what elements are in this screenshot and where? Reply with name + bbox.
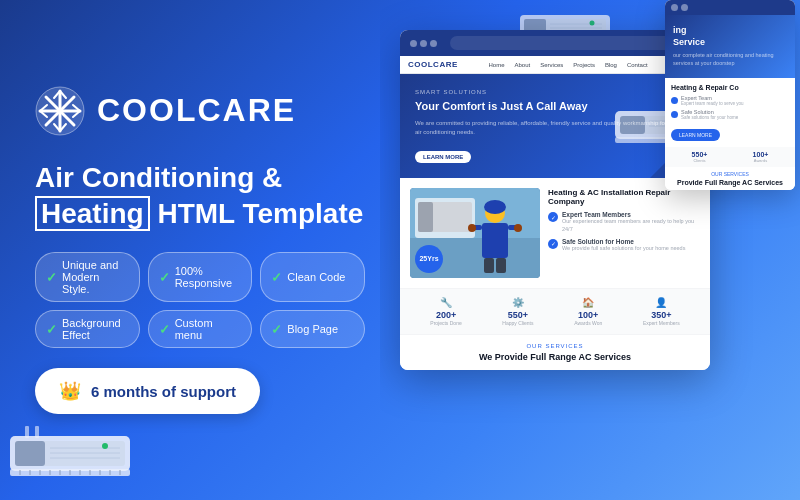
service-desc-1: Our experienced team members are ready t… [562, 218, 700, 233]
secondary-our-services: OUR SERVICES Provide Full Range AC Servi… [665, 167, 795, 190]
title-end: HTML Template [150, 198, 364, 229]
secondary-title-part1: ing [673, 25, 687, 35]
ac-unit-bottom-svg [10, 426, 130, 476]
svg-rect-33 [35, 426, 39, 438]
support-button-label: 6 months of support [91, 383, 236, 400]
hero-cta-button[interactable]: LEARN MORE [415, 151, 471, 163]
sec-dot1 [671, 4, 678, 11]
support-button[interactable]: 👑 6 months of support [35, 368, 260, 414]
service-item-1: Expert Team Members Our experienced team… [548, 211, 700, 233]
browser-hero: SMART SOLUTIONS Your Comfort is Just A C… [400, 74, 710, 178]
service-image: 25 Yrs [410, 188, 540, 278]
logo-text: COOLCARE [97, 92, 296, 129]
badge-label: Background Effect [62, 317, 129, 341]
hero-text: SMART SOLUTIONS Your Comfort is Just A C… [415, 89, 695, 163]
ac-bottom-left [10, 426, 130, 480]
badge-responsive: ✓ 100% Responsive [148, 252, 253, 302]
stat-projects: 🔧 200+ Projects Done [430, 297, 461, 326]
hero-subtitle: We are committed to providing reliable, … [415, 119, 695, 137]
badge-label: Custom menu [175, 317, 242, 341]
svg-point-62 [468, 224, 476, 232]
browser-url-bar [450, 36, 700, 50]
crown-icon: 👑 [59, 380, 81, 402]
our-services-title: We Provide Full Range AC Services [408, 352, 702, 362]
svg-point-31 [102, 443, 108, 449]
secondary-title-part2: Service [673, 37, 705, 47]
service-content: Heating & AC Installation Repair Company… [548, 188, 700, 256]
stat-awards: 🏠 100+ Awards Won [574, 297, 602, 326]
nav-services: Services [537, 61, 566, 69]
check-icon: ✓ [159, 270, 170, 285]
svg-point-56 [484, 200, 506, 214]
right-panel: COOLCARE Home About Services Projects Bl… [380, 0, 800, 500]
browser-services: 25 Yrs Heating & AC Installation Repair … [400, 178, 710, 288]
svg-rect-32 [25, 426, 29, 438]
nav-links: Home About Services Projects Blog Contac… [486, 61, 651, 69]
badge-label: Unique and Modern Style. [62, 259, 129, 295]
check-icon: ✓ [159, 322, 170, 337]
projects-icon: 🔧 [430, 297, 461, 308]
svg-point-63 [514, 224, 522, 232]
our-services-label: OUR SERVICES [408, 343, 702, 349]
nav-projects: Projects [570, 61, 598, 69]
service-item-2: Safe Solution for Home We provide full s… [548, 238, 700, 253]
sec-stat-num-2: 100+ [732, 151, 789, 158]
stat-experts: 👤 350+ Expert Members [643, 297, 680, 326]
nav-about: About [512, 61, 534, 69]
years-label: Yrs [427, 255, 438, 263]
service-title: Heating & AC Installation Repair Company [548, 188, 700, 206]
stats-row: 🔧 200+ Projects Done ⚙️ 550+ Happy Clien… [400, 288, 710, 334]
secondary-hero: ing Service our complete air conditionin… [665, 15, 795, 78]
sec-stat-2: 100+ Awards [732, 151, 789, 163]
badge-menu: ✓ Custom menu [148, 310, 253, 348]
hero-title: Your Comfort is Just A Call Away [415, 99, 695, 113]
browser-nav: COOLCARE Home About Services Projects Bl… [400, 56, 710, 74]
browser-dots [410, 40, 437, 47]
experts-icon: 👤 [643, 297, 680, 308]
svg-rect-54 [418, 202, 433, 232]
badge-bg: ✓ Background Effect [35, 310, 140, 348]
awards-icon: 🏠 [574, 297, 602, 308]
stat-projects-number: 200+ [430, 310, 461, 320]
nav-logo: COOLCARE [408, 60, 458, 69]
service-item-label-2: Safe Solution for Home [562, 238, 685, 245]
dot2 [420, 40, 427, 47]
browser-bar [400, 30, 710, 56]
service-check-1 [548, 212, 558, 222]
stat-awards-label: Awards Won [574, 320, 602, 326]
svg-rect-57 [482, 223, 508, 258]
hero-label: SMART SOLUTIONS [415, 89, 695, 95]
stat-experts-label: Expert Members [643, 320, 680, 326]
badge-label: Blog Page [287, 323, 338, 335]
badge-label: Clean Code [287, 271, 345, 283]
badge-blog: ✓ Blog Page [260, 310, 365, 348]
nav-contact: Contact [624, 61, 651, 69]
svg-rect-61 [496, 258, 506, 273]
secondary-browser-bar [665, 0, 795, 15]
svg-rect-60 [484, 258, 494, 273]
secondary-dots [671, 4, 688, 11]
secondary-hero-title: ing Service [673, 25, 787, 48]
years-number: 25 [419, 255, 427, 263]
clients-icon: ⚙️ [502, 297, 533, 308]
browser-main: COOLCARE Home About Services Projects Bl… [400, 30, 710, 370]
badge-label: 100% Responsive [175, 265, 242, 289]
sec-stat-label-2: Awards [732, 158, 789, 163]
sec-our-services-title: Provide Full Range AC Services [671, 179, 789, 186]
dot1 [410, 40, 417, 47]
stat-clients-number: 550+ [502, 310, 533, 320]
title-line1: Air Conditioning & [35, 162, 282, 193]
check-icon: ✓ [271, 322, 282, 337]
dot3 [430, 40, 437, 47]
stat-clients-label: Happy Clients [502, 320, 533, 326]
service-check-2 [548, 239, 558, 249]
service-item-label-1: Expert Team Members [562, 211, 700, 218]
nav-home: Home [486, 61, 508, 69]
main-title: Air Conditioning & Heating HTML Template [35, 160, 365, 233]
secondary-hero-text: our complete air conditioning and heatin… [673, 52, 787, 67]
nav-blog: Blog [602, 61, 620, 69]
logo-row: COOLCARE [35, 86, 365, 136]
browser-our-services: OUR SERVICES We Provide Full Range AC Se… [400, 334, 710, 370]
snowflake-icon [35, 86, 85, 136]
stat-clients: ⚙️ 550+ Happy Clients [502, 297, 533, 326]
